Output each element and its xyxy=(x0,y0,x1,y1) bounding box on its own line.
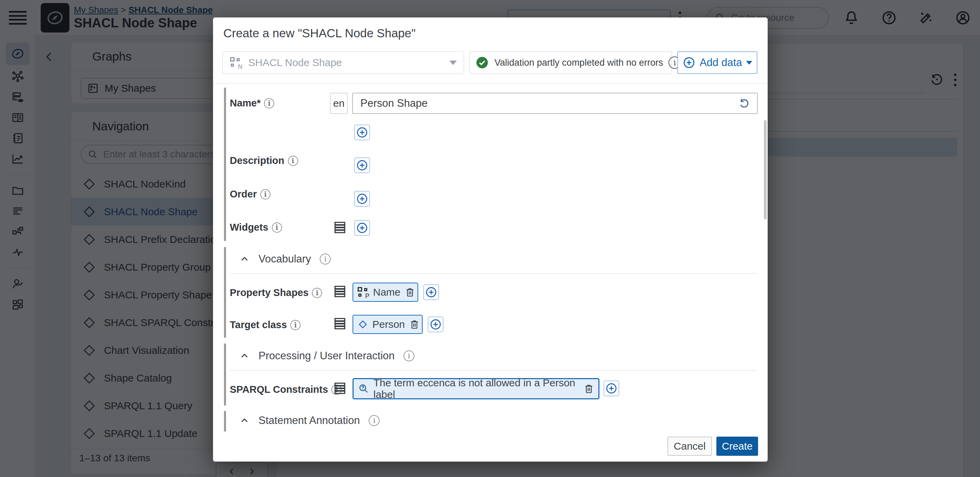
statement-annotation-section-header: Statement Annotation i xyxy=(239,415,380,427)
table-view-icon[interactable] xyxy=(333,381,347,397)
create-button[interactable]: Create xyxy=(716,437,758,456)
name-field-label: Name*i xyxy=(230,97,274,109)
info-icon[interactable]: i xyxy=(312,288,322,298)
chip-label: The term eccenca is not allowed in a Per… xyxy=(374,377,579,400)
target-class-chip[interactable]: Person xyxy=(353,315,423,334)
info-icon[interactable]: i xyxy=(272,222,282,233)
plus-circle-icon xyxy=(356,222,368,234)
chip-label: Person xyxy=(372,319,405,330)
sparql-query-icon xyxy=(358,383,369,394)
chevron-up-icon[interactable] xyxy=(239,415,250,426)
vocabulary-section-header: Vocabulary i xyxy=(239,253,331,265)
node-shape-icon: N xyxy=(230,56,242,69)
sparql-constraint-chip[interactable]: The term eccenca is not allowed in a Per… xyxy=(353,378,600,399)
chevron-down-icon xyxy=(449,61,457,65)
plus-circle-icon xyxy=(430,318,442,330)
shape-type-value: SHACL Node Shape xyxy=(248,57,443,69)
app-screen: My Shapes > SHACL Node Shape SHACL Node … xyxy=(0,0,980,477)
info-icon[interactable]: i xyxy=(369,415,380,426)
group-bar xyxy=(224,343,226,405)
property-shape-chip[interactable]: P Name xyxy=(353,282,418,302)
sparql-constraints-field-label: SPARQL Constraintsi xyxy=(230,384,342,395)
chevron-down-icon xyxy=(746,61,752,65)
plus-circle-icon xyxy=(425,286,438,298)
property-shape-icon: P xyxy=(357,286,369,298)
check-circle-icon xyxy=(475,56,489,69)
name-input-wrapper xyxy=(352,93,758,114)
modal-scrollbar[interactable] xyxy=(764,120,767,219)
add-data-label: Add data xyxy=(700,56,742,69)
info-icon[interactable]: i xyxy=(404,350,414,361)
order-field-label: Orderi xyxy=(230,188,270,200)
property-shapes-field-label: Property Shapesi xyxy=(230,287,322,298)
info-icon[interactable]: i xyxy=(320,254,331,265)
divider xyxy=(213,83,768,83)
info-icon[interactable]: i xyxy=(264,98,274,108)
chevron-up-icon[interactable] xyxy=(239,351,250,361)
modal-title: Create a new "SHACL Node Shape" xyxy=(223,26,415,40)
group-bar xyxy=(224,247,226,338)
group-bar xyxy=(224,411,226,431)
class-diamond-icon xyxy=(357,319,368,330)
create-node-shape-modal: Create a new "SHACL Node Shape" N SHACL … xyxy=(213,18,768,462)
table-view-icon[interactable] xyxy=(333,220,347,236)
processing-section-header: Processing / User Interaction i xyxy=(239,350,414,362)
add-target-class-button[interactable] xyxy=(428,316,444,332)
plus-circle-icon xyxy=(356,193,368,205)
table-view-icon[interactable] xyxy=(333,284,347,300)
info-icon[interactable]: i xyxy=(290,320,301,330)
reset-value-icon[interactable] xyxy=(737,97,750,110)
language-tag[interactable]: en xyxy=(330,93,348,114)
validation-message: Validation partly completed with no erro… xyxy=(495,57,663,68)
info-icon[interactable]: i xyxy=(260,189,270,199)
info-icon[interactable]: i xyxy=(288,156,298,166)
trash-icon[interactable] xyxy=(409,319,420,330)
divider xyxy=(230,273,757,274)
add-order-button[interactable] xyxy=(354,191,370,207)
cancel-button[interactable]: Cancel xyxy=(667,437,712,456)
plus-circle-icon xyxy=(356,159,368,171)
widgets-field-label: Widgetsi xyxy=(230,222,282,233)
name-input[interactable] xyxy=(360,97,737,110)
plus-circle-icon xyxy=(356,126,368,139)
description-field-label: Descriptioni xyxy=(230,155,298,166)
group-bar xyxy=(224,88,226,241)
add-description-button[interactable] xyxy=(354,157,370,173)
add-data-button[interactable]: Add data xyxy=(678,51,757,74)
trash-icon[interactable] xyxy=(583,383,594,394)
plus-circle-icon xyxy=(605,382,617,394)
shape-type-selector[interactable]: N SHACL Node Shape xyxy=(223,51,464,74)
add-widget-button[interactable] xyxy=(354,220,370,236)
plus-circle-icon xyxy=(682,56,695,69)
trash-icon[interactable] xyxy=(404,287,415,298)
table-view-icon[interactable] xyxy=(333,316,347,332)
chip-label: Name xyxy=(373,286,401,298)
target-class-field-label: Target classi xyxy=(230,319,301,330)
validation-status: Validation partly completed with no erro… xyxy=(469,51,672,74)
add-sparql-constraint-button[interactable] xyxy=(603,381,619,396)
add-property-shape-button[interactable] xyxy=(423,284,439,300)
chevron-up-icon[interactable] xyxy=(239,254,250,264)
add-name-button[interactable] xyxy=(354,124,370,140)
